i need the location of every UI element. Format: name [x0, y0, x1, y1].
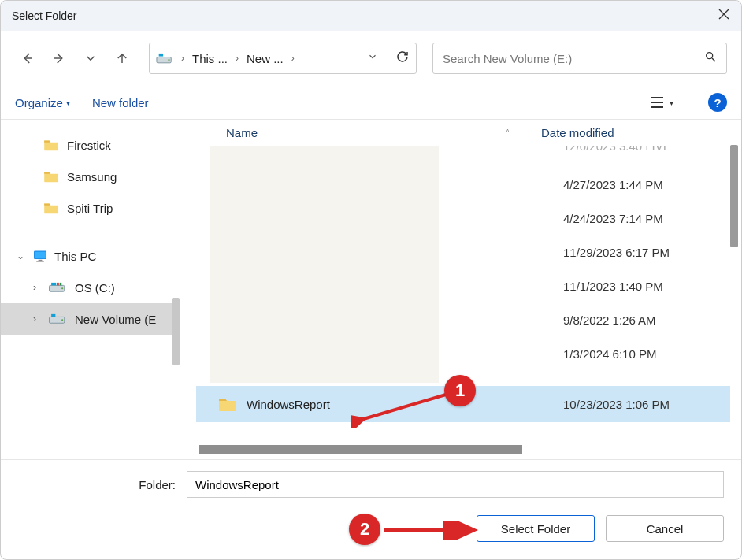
breadcrumb-seg-1[interactable]: This ... — [192, 52, 228, 65]
scrollbar-thumb[interactable] — [199, 445, 522, 454]
folder-icon — [43, 139, 59, 151]
drive-icon — [48, 313, 67, 325]
annotation-arrow-1 — [351, 388, 454, 428]
list-item-date: 11/1/2023 1:40 PM — [563, 280, 670, 293]
search-icon[interactable] — [704, 50, 717, 66]
chevron-right-icon[interactable]: › — [178, 53, 187, 64]
address-dropdown-icon[interactable] — [362, 51, 383, 65]
svg-rect-1 — [159, 54, 163, 57]
annotation-badge-1: 1 — [444, 375, 476, 406]
column-header-name-label: Name — [226, 126, 258, 139]
up-icon[interactable] — [109, 46, 135, 71]
list-item-date: 4/24/2023 7:14 PM — [563, 212, 670, 225]
footer: Folder: Select Folder Cancel — [1, 460, 741, 559]
caret-down-icon: ▾ — [66, 98, 70, 107]
forward-icon[interactable] — [46, 46, 72, 71]
column-header-date[interactable]: Date modified — [541, 126, 714, 139]
titlebar: Select Folder — [1, 1, 741, 31]
sidebar-group-label: This PC — [54, 250, 96, 263]
new-folder-button[interactable]: New folder — [92, 96, 149, 109]
svg-rect-14 — [51, 314, 55, 317]
folder-name-row: Folder: — [18, 471, 724, 498]
sidebar-drive-label: OS (C:) — [75, 281, 115, 295]
svg-point-2 — [168, 59, 169, 61]
organize-button[interactable]: Organize ▾ — [15, 96, 70, 109]
drive-icon — [48, 282, 67, 293]
chevron-down-icon[interactable]: ⌄ — [15, 250, 26, 261]
sidebar-item-label: Spiti Trip — [67, 202, 113, 215]
date-column-values: 12/0/2023 3.40 I IVI 4/27/2023 1:44 PM 4… — [563, 146, 670, 361]
recent-dropdown-icon[interactable] — [78, 46, 103, 71]
svg-rect-9 — [51, 283, 56, 286]
help-icon[interactable]: ? — [708, 93, 727, 112]
sidebar-divider — [23, 232, 162, 232]
search-input[interactable] — [443, 52, 704, 65]
column-header-name[interactable]: Name ˄ — [226, 126, 541, 139]
list-item-date: 1/3/2024 6:10 PM — [563, 347, 670, 361]
file-rows: 12/0/2023 3.40 I IVI 4/27/2023 1:44 PM 4… — [196, 146, 741, 459]
window-title: Select Folder — [12, 9, 76, 22]
svg-point-12 — [61, 287, 63, 289]
breadcrumb-seg-2[interactable]: New ... — [247, 52, 284, 65]
sidebar-item-label: Samsung — [67, 170, 117, 184]
sidebar-scrollbar[interactable] — [172, 298, 180, 365]
chevron-right-icon[interactable]: › — [232, 53, 242, 64]
list-item-date: 10/23/2023 1:06 PM — [563, 398, 670, 411]
toolbar: Organize ▾ New folder ▾ ? — [1, 86, 741, 119]
cancel-button[interactable]: Cancel — [606, 515, 724, 542]
folder-icon — [218, 396, 237, 412]
chevron-right-icon[interactable]: › — [288, 53, 298, 64]
list-view-icon — [649, 96, 665, 109]
sidebar-drive-label: New Volume (E — [75, 313, 156, 326]
organize-label: Organize — [15, 96, 63, 109]
back-icon[interactable] — [15, 46, 40, 71]
chevron-right-icon[interactable]: › — [29, 282, 40, 293]
folder-input[interactable] — [187, 471, 724, 498]
refresh-icon[interactable] — [388, 50, 410, 67]
view-mode-button[interactable]: ▾ — [649, 96, 673, 109]
sidebar-item-spiti-trip[interactable]: Spiti Trip — [1, 192, 180, 224]
svg-rect-11 — [60, 283, 62, 286]
svg-rect-7 — [36, 261, 44, 261]
close-icon[interactable] — [699, 8, 730, 24]
folder-icon — [43, 202, 59, 214]
sidebar-item-samsung[interactable]: Samsung — [1, 161, 180, 192]
horizontal-scrollbar[interactable] — [196, 445, 730, 454]
thumbnail-placeholder — [210, 146, 439, 383]
list-item-date: 11/29/2023 6:17 PM — [563, 246, 670, 259]
sidebar-item-label: Firestick — [67, 139, 111, 152]
select-folder-button[interactable]: Select Folder — [477, 515, 595, 542]
vertical-scrollbar[interactable] — [730, 145, 738, 247]
svg-rect-6 — [39, 260, 43, 261]
annotation-arrow-2 — [379, 521, 481, 540]
caret-down-icon: ▾ — [670, 98, 673, 107]
folder-icon — [43, 170, 59, 183]
svg-rect-5 — [35, 252, 46, 258]
list-item-date: 4/27/2023 1:44 PM — [563, 178, 670, 191]
svg-point-15 — [61, 319, 63, 321]
sidebar-drive-os-c[interactable]: › OS (C:) — [1, 272, 180, 303]
annotation-badge-2: 2 — [349, 514, 380, 545]
sidebar-item-firestick[interactable]: Firestick — [1, 129, 180, 161]
chevron-right-icon[interactable]: › — [29, 313, 40, 325]
column-headers: Name ˄ Date modified — [196, 120, 741, 146]
pc-icon — [32, 250, 48, 262]
svg-rect-10 — [57, 283, 59, 286]
select-folder-dialog: Select Folder › This ... › New ... › — [0, 0, 742, 560]
search-box[interactable] — [432, 43, 727, 74]
file-pane: Name ˄ Date modified 12/0/2023 3.40 I IV… — [180, 120, 741, 459]
svg-line-16 — [361, 395, 446, 420]
nav-row: › This ... › New ... › — [1, 31, 741, 86]
sort-asc-icon: ˄ — [506, 128, 510, 137]
folder-label: Folder: — [18, 478, 176, 491]
address-bar[interactable]: › This ... › New ... › — [149, 43, 417, 74]
list-item-date: 12/0/2023 3.40 I IVI — [563, 146, 670, 158]
sidebar-drive-new-volume-e[interactable]: › New Volume (E — [1, 303, 180, 335]
list-item-date: 9/8/2022 1:26 AM — [563, 313, 670, 327]
svg-point-3 — [707, 53, 713, 59]
drive-icon — [156, 51, 173, 65]
sidebar-group-this-pc[interactable]: ⌄ This PC — [1, 240, 180, 272]
sidebar: Firestick Samsung Spiti Trip ⌄ This PC ›… — [1, 120, 180, 459]
